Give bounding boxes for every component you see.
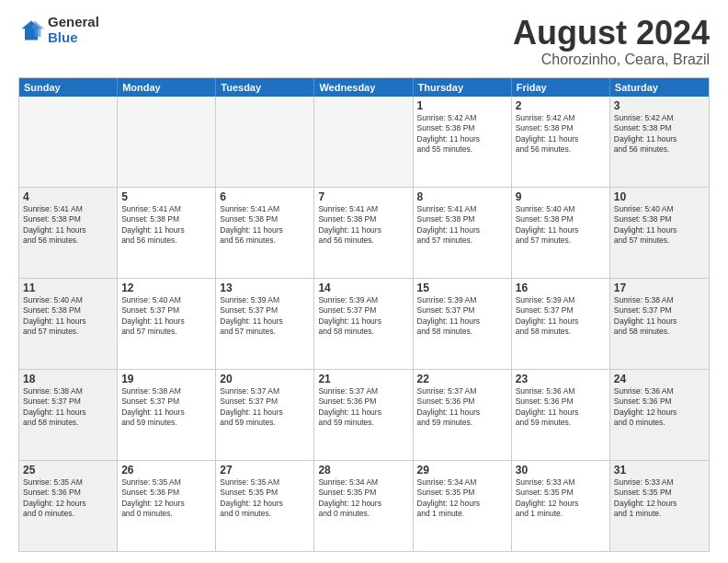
- day-number: 2: [516, 99, 606, 112]
- day-number: 17: [614, 282, 705, 294]
- day-info: Sunrise: 5:35 AM Sunset: 5:36 PM Dayligh…: [121, 477, 211, 520]
- calendar-day-31: 31Sunrise: 5:33 AM Sunset: 5:35 PM Dayli…: [610, 461, 709, 551]
- calendar-day-18: 18Sunrise: 5:38 AM Sunset: 5:37 PM Dayli…: [19, 370, 118, 460]
- day-number: 28: [318, 464, 408, 477]
- day-info: Sunrise: 5:34 AM Sunset: 5:35 PM Dayligh…: [417, 477, 507, 520]
- calendar-day-3: 3Sunrise: 5:42 AM Sunset: 5:38 PM Daylig…: [610, 97, 709, 187]
- month-title: August 2024: [513, 15, 710, 52]
- calendar-day-2: 2Sunrise: 5:42 AM Sunset: 5:38 PM Daylig…: [512, 97, 610, 187]
- day-info: Sunrise: 5:37 AM Sunset: 5:36 PM Dayligh…: [318, 386, 408, 429]
- day-info: Sunrise: 5:39 AM Sunset: 5:37 PM Dayligh…: [220, 295, 310, 338]
- day-info: Sunrise: 5:41 AM Sunset: 5:38 PM Dayligh…: [318, 204, 408, 247]
- day-info: Sunrise: 5:36 AM Sunset: 5:36 PM Dayligh…: [516, 386, 606, 429]
- day-info: Sunrise: 5:40 AM Sunset: 5:38 PM Dayligh…: [614, 204, 705, 247]
- calendar: SundayMondayTuesdayWednesdayThursdayFrid…: [18, 77, 710, 552]
- logo-general-text: General: [48, 15, 99, 30]
- page: General Blue August 2024 Chorozinho, Cea…: [0, 0, 728, 563]
- day-number: 25: [23, 464, 113, 477]
- calendar-row-1: 4Sunrise: 5:41 AM Sunset: 5:38 PM Daylig…: [19, 188, 709, 279]
- day-number: 4: [23, 190, 113, 203]
- day-number: 11: [23, 282, 113, 294]
- day-number: 12: [121, 282, 211, 294]
- day-info: Sunrise: 5:39 AM Sunset: 5:37 PM Dayligh…: [318, 295, 408, 338]
- day-number: 6: [220, 190, 310, 203]
- calendar-empty-cell: [118, 97, 216, 187]
- day-number: 23: [516, 373, 606, 385]
- day-info: Sunrise: 5:42 AM Sunset: 5:38 PM Dayligh…: [516, 113, 606, 155]
- day-number: 16: [516, 282, 606, 294]
- calendar-day-14: 14Sunrise: 5:39 AM Sunset: 5:37 PM Dayli…: [314, 279, 413, 369]
- header-day-friday: Friday: [512, 78, 610, 97]
- day-info: Sunrise: 5:40 AM Sunset: 5:37 PM Dayligh…: [121, 295, 211, 338]
- day-info: Sunrise: 5:40 AM Sunset: 5:38 PM Dayligh…: [516, 204, 606, 247]
- calendar-day-24: 24Sunrise: 5:36 AM Sunset: 5:36 PM Dayli…: [610, 370, 709, 460]
- calendar-day-27: 27Sunrise: 5:35 AM Sunset: 5:35 PM Dayli…: [216, 461, 314, 551]
- calendar-day-10: 10Sunrise: 5:40 AM Sunset: 5:38 PM Dayli…: [610, 188, 709, 278]
- calendar-empty-cell: [216, 97, 314, 187]
- day-info: Sunrise: 5:36 AM Sunset: 5:36 PM Dayligh…: [614, 386, 705, 429]
- day-number: 9: [516, 190, 606, 203]
- header-day-saturday: Saturday: [610, 78, 709, 97]
- day-number: 7: [318, 190, 408, 203]
- header-day-sunday: Sunday: [19, 78, 118, 97]
- day-number: 30: [516, 464, 606, 477]
- day-number: 19: [121, 373, 211, 385]
- day-info: Sunrise: 5:40 AM Sunset: 5:38 PM Dayligh…: [23, 295, 113, 338]
- calendar-empty-cell: [314, 97, 413, 187]
- calendar-day-28: 28Sunrise: 5:34 AM Sunset: 5:35 PM Dayli…: [314, 461, 413, 551]
- day-info: Sunrise: 5:39 AM Sunset: 5:37 PM Dayligh…: [417, 295, 507, 338]
- header-day-monday: Monday: [118, 78, 216, 97]
- calendar-empty-cell: [19, 97, 118, 187]
- day-info: Sunrise: 5:34 AM Sunset: 5:35 PM Dayligh…: [318, 477, 408, 520]
- day-number: 22: [417, 373, 507, 385]
- calendar-header: SundayMondayTuesdayWednesdayThursdayFrid…: [19, 78, 709, 97]
- calendar-day-19: 19Sunrise: 5:38 AM Sunset: 5:37 PM Dayli…: [118, 370, 216, 460]
- day-info: Sunrise: 5:41 AM Sunset: 5:38 PM Dayligh…: [121, 204, 211, 247]
- calendar-day-7: 7Sunrise: 5:41 AM Sunset: 5:38 PM Daylig…: [314, 188, 413, 278]
- calendar-day-21: 21Sunrise: 5:37 AM Sunset: 5:36 PM Dayli…: [314, 370, 413, 460]
- calendar-row-0: 1Sunrise: 5:42 AM Sunset: 5:38 PM Daylig…: [19, 97, 709, 188]
- day-number: 3: [614, 99, 705, 112]
- header-day-thursday: Thursday: [414, 78, 512, 97]
- day-number: 10: [614, 190, 705, 203]
- title-area: August 2024 Chorozinho, Ceara, Brazil: [513, 15, 710, 68]
- calendar-day-26: 26Sunrise: 5:35 AM Sunset: 5:36 PM Dayli…: [118, 461, 216, 551]
- day-info: Sunrise: 5:38 AM Sunset: 5:37 PM Dayligh…: [614, 295, 705, 338]
- day-info: Sunrise: 5:37 AM Sunset: 5:37 PM Dayligh…: [220, 386, 310, 429]
- calendar-day-13: 13Sunrise: 5:39 AM Sunset: 5:37 PM Dayli…: [216, 279, 314, 369]
- day-info: Sunrise: 5:41 AM Sunset: 5:38 PM Dayligh…: [220, 204, 310, 247]
- calendar-row-3: 18Sunrise: 5:38 AM Sunset: 5:37 PM Dayli…: [19, 370, 709, 461]
- day-number: 13: [220, 282, 310, 294]
- calendar-day-22: 22Sunrise: 5:37 AM Sunset: 5:36 PM Dayli…: [414, 370, 512, 460]
- day-info: Sunrise: 5:41 AM Sunset: 5:38 PM Dayligh…: [23, 204, 113, 247]
- day-info: Sunrise: 5:33 AM Sunset: 5:35 PM Dayligh…: [614, 477, 705, 520]
- calendar-day-5: 5Sunrise: 5:41 AM Sunset: 5:38 PM Daylig…: [118, 188, 216, 278]
- calendar-day-20: 20Sunrise: 5:37 AM Sunset: 5:37 PM Dayli…: [216, 370, 314, 460]
- header-day-tuesday: Tuesday: [216, 78, 314, 97]
- day-number: 29: [417, 464, 507, 477]
- day-number: 27: [220, 464, 310, 477]
- day-number: 14: [318, 282, 408, 294]
- calendar-day-6: 6Sunrise: 5:41 AM Sunset: 5:38 PM Daylig…: [216, 188, 314, 278]
- day-number: 24: [614, 373, 705, 385]
- calendar-day-15: 15Sunrise: 5:39 AM Sunset: 5:37 PM Dayli…: [414, 279, 512, 369]
- header-day-wednesday: Wednesday: [314, 78, 413, 97]
- calendar-day-11: 11Sunrise: 5:40 AM Sunset: 5:38 PM Dayli…: [19, 279, 118, 369]
- calendar-day-16: 16Sunrise: 5:39 AM Sunset: 5:37 PM Dayli…: [512, 279, 610, 369]
- day-info: Sunrise: 5:35 AM Sunset: 5:36 PM Dayligh…: [23, 477, 113, 520]
- calendar-day-9: 9Sunrise: 5:40 AM Sunset: 5:38 PM Daylig…: [512, 188, 610, 278]
- location-subtitle: Chorozinho, Ceara, Brazil: [513, 52, 710, 68]
- calendar-body: 1Sunrise: 5:42 AM Sunset: 5:38 PM Daylig…: [19, 97, 709, 551]
- logo-text: General Blue: [48, 15, 99, 45]
- day-number: 21: [318, 373, 408, 385]
- day-number: 15: [417, 282, 507, 294]
- day-info: Sunrise: 5:38 AM Sunset: 5:37 PM Dayligh…: [121, 386, 211, 429]
- day-info: Sunrise: 5:37 AM Sunset: 5:36 PM Dayligh…: [417, 386, 507, 429]
- day-info: Sunrise: 5:41 AM Sunset: 5:38 PM Dayligh…: [417, 204, 507, 247]
- calendar-day-25: 25Sunrise: 5:35 AM Sunset: 5:36 PM Dayli…: [19, 461, 118, 551]
- day-number: 26: [121, 464, 211, 477]
- calendar-day-1: 1Sunrise: 5:42 AM Sunset: 5:38 PM Daylig…: [414, 97, 512, 187]
- day-number: 1: [417, 99, 507, 112]
- logo-icon: [18, 17, 44, 43]
- day-info: Sunrise: 5:39 AM Sunset: 5:37 PM Dayligh…: [516, 295, 606, 338]
